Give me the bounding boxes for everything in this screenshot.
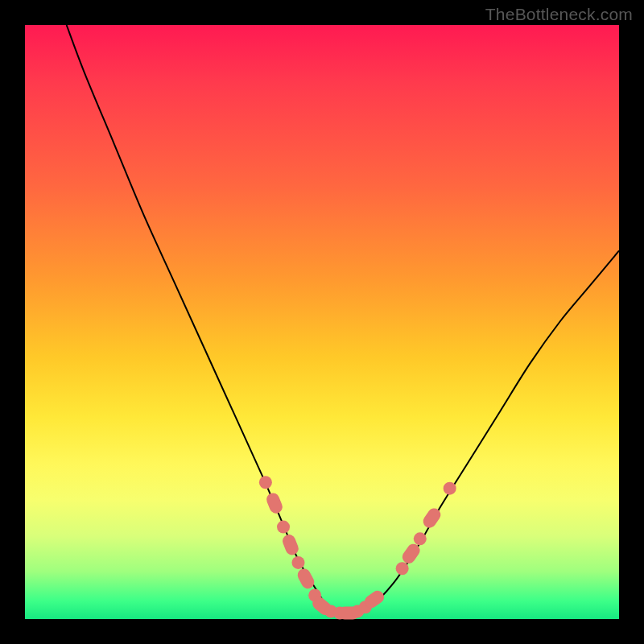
bottleneck-curve-path <box>67 25 619 614</box>
marker-dot <box>396 562 409 575</box>
marker-pill <box>281 533 301 557</box>
chart-frame: TheBottleneck.com <box>0 0 644 644</box>
highlight-dots <box>259 476 456 619</box>
marker-dot <box>259 476 272 489</box>
marker-dot <box>414 532 427 545</box>
plot-area <box>25 25 619 619</box>
marker-pill <box>265 491 285 515</box>
watermark-text: TheBottleneck.com <box>485 5 633 24</box>
marker-dot <box>444 482 456 495</box>
marker-dot <box>277 521 290 534</box>
bottleneck-curve <box>67 25 619 614</box>
chart-svg <box>25 25 619 619</box>
marker-pill <box>295 567 316 591</box>
marker-dot <box>291 556 304 569</box>
